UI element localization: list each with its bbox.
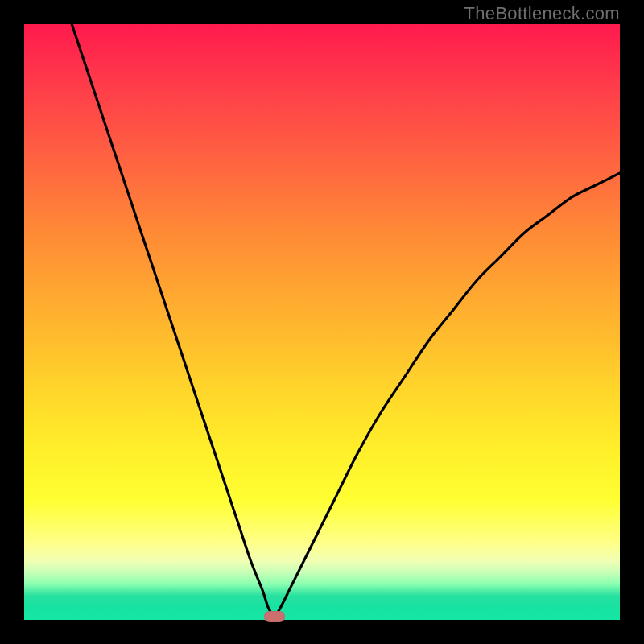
- plot-area: [24, 24, 620, 620]
- bottleneck-curve: [24, 24, 620, 620]
- curve-left-branch: [72, 24, 275, 617]
- curve-right-branch: [275, 173, 620, 617]
- chart-frame: TheBottleneck.com: [0, 0, 644, 644]
- watermark-text: TheBottleneck.com: [464, 3, 620, 24]
- minimum-marker: [264, 611, 285, 622]
